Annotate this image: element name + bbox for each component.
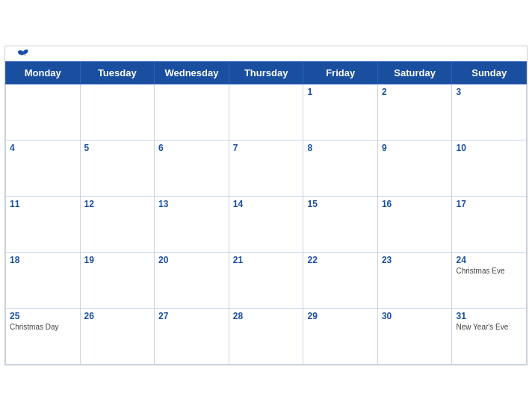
day-number: 16	[382, 199, 448, 209]
calendar-cell: 13	[155, 197, 229, 253]
day-number: 1	[307, 87, 373, 97]
week-row-2: 11121314151617	[6, 197, 527, 253]
calendar-cell: 6	[155, 140, 229, 197]
calendar-cell: 26	[80, 309, 155, 365]
day-number: 27	[158, 311, 225, 321]
calendar-cell	[6, 84, 81, 140]
calendar-cell: 29	[303, 309, 377, 365]
day-number: 15	[307, 199, 373, 209]
calendar-cell: 1	[303, 84, 377, 140]
day-number: 18	[10, 255, 76, 265]
logo-blue-text	[17, 49, 31, 59]
weekday-thursday: Thursday	[229, 62, 303, 84]
weekday-tuesday: Tuesday	[80, 62, 155, 84]
day-number: 14	[233, 199, 300, 209]
event-label: New Year's Eve	[456, 323, 522, 331]
event-label: Christmas Day	[10, 323, 76, 331]
calendar-grid: MondayTuesdayWednesdayThursdayFridaySatu…	[5, 61, 527, 365]
day-number: 19	[84, 255, 151, 265]
calendar-cell: 14	[229, 197, 303, 253]
day-number: 3	[456, 87, 522, 97]
calendar-cell: 15	[303, 197, 377, 253]
day-number: 25	[10, 311, 76, 321]
calendar-cell: 31New Year's Eve	[452, 309, 527, 365]
calendar-header	[5, 46, 527, 61]
calendar-cell: 23	[377, 253, 452, 309]
day-number: 6	[158, 143, 225, 153]
calendar-cell: 12	[80, 197, 155, 253]
day-number: 17	[456, 199, 522, 209]
day-number: 31	[456, 311, 522, 321]
logo-bird-icon	[17, 49, 29, 59]
calendar-cell: 16	[377, 197, 452, 253]
day-number: 24	[456, 255, 522, 265]
day-number: 26	[84, 311, 151, 321]
calendar-cell: 30	[377, 309, 452, 365]
calendar-cell: 18	[6, 253, 81, 309]
day-number: 11	[10, 199, 76, 209]
weekday-wednesday: Wednesday	[155, 62, 229, 84]
day-number: 4	[10, 143, 76, 153]
day-number: 2	[382, 87, 448, 97]
day-number: 23	[382, 255, 448, 265]
weekday-saturday: Saturday	[377, 62, 452, 84]
day-number: 22	[307, 255, 373, 265]
day-number: 13	[158, 199, 225, 209]
calendar-cell: 9	[377, 140, 452, 197]
day-number: 28	[233, 311, 300, 321]
calendar-cell: 3	[452, 84, 527, 140]
week-row-4: 25Christmas Day262728293031New Year's Ev…	[6, 309, 527, 365]
calendar-cell: 27	[155, 309, 229, 365]
calendar-cell: 21	[229, 253, 303, 309]
day-number: 8	[307, 143, 373, 153]
calendar-cell	[229, 84, 303, 140]
calendar-cell: 10	[452, 140, 527, 197]
calendar-cell	[155, 84, 229, 140]
logo	[17, 49, 31, 59]
day-number: 5	[84, 143, 151, 153]
calendar-cell: 24Christmas Eve	[452, 253, 527, 309]
calendar-cell: 7	[229, 140, 303, 197]
day-number: 21	[233, 255, 300, 265]
week-row-0: 123	[6, 84, 527, 140]
calendar-wrapper: MondayTuesdayWednesdayThursdayFridaySatu…	[4, 46, 528, 365]
weekday-header-row: MondayTuesdayWednesdayThursdayFridaySatu…	[6, 62, 527, 84]
calendar-cell: 20	[155, 253, 229, 309]
weekday-sunday: Sunday	[452, 62, 527, 84]
week-row-3: 18192021222324Christmas Eve	[6, 253, 527, 309]
day-number: 20	[158, 255, 225, 265]
calendar-cell: 8	[303, 140, 377, 197]
day-number: 12	[84, 199, 151, 209]
weekday-friday: Friday	[303, 62, 377, 84]
calendar-cell	[80, 84, 155, 140]
day-number: 30	[382, 311, 448, 321]
calendar-cell: 22	[303, 253, 377, 309]
event-label: Christmas Eve	[456, 267, 522, 275]
calendar-cell: 25Christmas Day	[6, 309, 81, 365]
calendar-cell: 19	[80, 253, 155, 309]
calendar-cell: 28	[229, 309, 303, 365]
day-number: 10	[456, 143, 522, 153]
weekday-monday: Monday	[6, 62, 81, 84]
calendar-cell: 17	[452, 197, 527, 253]
calendar-cell: 4	[6, 140, 81, 197]
week-row-1: 45678910	[6, 140, 527, 197]
calendar-cell: 2	[377, 84, 452, 140]
calendar-cell: 5	[80, 140, 155, 197]
day-number: 7	[233, 143, 300, 153]
day-number: 29	[307, 311, 373, 321]
calendar-cell: 11	[6, 197, 81, 253]
day-number: 9	[382, 143, 448, 153]
